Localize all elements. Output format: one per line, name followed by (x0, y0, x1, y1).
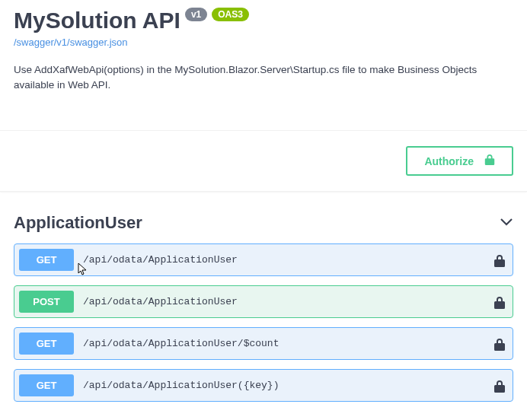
operation-path: /api/odata/ApplicationUser (83, 254, 494, 266)
tag-name: ApplicationUser (14, 213, 142, 233)
operation-row[interactable]: GET/api/odata/ApplicationUser({key}) (14, 369, 513, 402)
lock-icon (484, 154, 495, 168)
oas-badge: OAS3 (212, 8, 249, 21)
operation-path: /api/odata/ApplicationUser (83, 296, 494, 307)
method-badge: GET (19, 332, 74, 355)
operation-path: /api/odata/ApplicationUser({key}) (83, 380, 494, 391)
cursor-icon (77, 262, 88, 276)
authorize-button[interactable]: Authorize (406, 146, 513, 176)
scheme-bar: Authorize (0, 130, 527, 192)
operations-list: GET/api/odata/ApplicationUserPOST/api/od… (14, 243, 513, 402)
method-badge: GET (19, 249, 74, 271)
lock-icon[interactable] (494, 296, 505, 308)
operation-path: /api/odata/ApplicationUser/$count (83, 338, 494, 349)
chevron-down-icon (500, 216, 513, 230)
api-description: Use AddXafWebApi(options) in the MySolut… (14, 62, 513, 92)
lock-icon[interactable] (494, 254, 505, 266)
lock-icon[interactable] (494, 380, 505, 392)
method-badge: POST (19, 291, 74, 313)
tag-section: ApplicationUser GET/api/odata/Applicatio… (0, 192, 527, 402)
authorize-label: Authorize (424, 155, 474, 167)
tag-header[interactable]: ApplicationUser (14, 208, 513, 243)
operation-row[interactable]: POST/api/odata/ApplicationUser (14, 285, 513, 318)
lock-icon[interactable] (494, 338, 505, 350)
operation-row[interactable]: GET/api/odata/ApplicationUser/$count (14, 327, 513, 360)
version-badge: v1 (185, 8, 207, 21)
title-row: MySolution API v1 OAS3 (14, 8, 513, 33)
api-title: MySolution API (14, 8, 180, 33)
api-header: MySolution API v1 OAS3 /swagger/v1/swagg… (0, 0, 527, 92)
spec-link[interactable]: /swagger/v1/swagger.json (14, 37, 128, 48)
method-badge: GET (19, 374, 74, 396)
operation-row[interactable]: GET/api/odata/ApplicationUser (14, 243, 513, 276)
